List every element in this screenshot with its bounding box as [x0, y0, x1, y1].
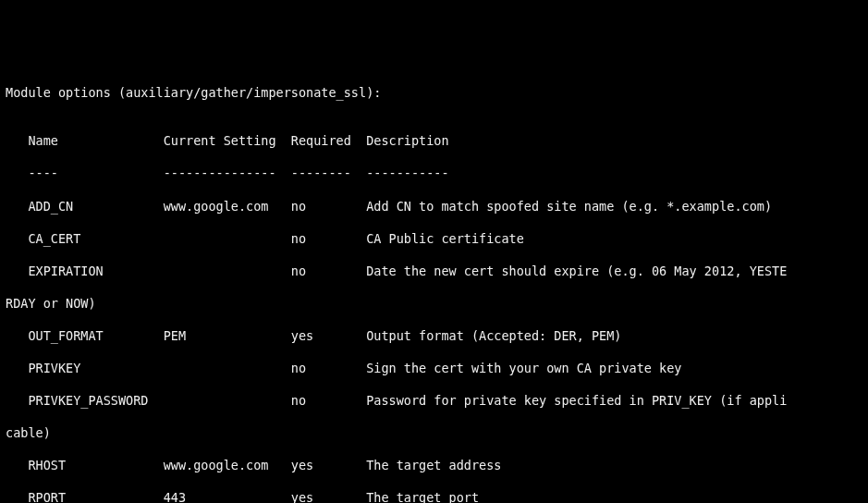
option-out-format: OUT_FORMAT PEM yes Output format (Accept…	[6, 328, 862, 345]
option-expiration-2: RDAY or NOW)	[6, 296, 862, 313]
option-add-cn: ADD_CN www.google.com no Add CN to match…	[6, 199, 862, 215]
option-privkey-password-2: cable)	[6, 425, 862, 442]
option-privkey-password-1: PRIVKEY_PASSWORD no Password for private…	[6, 393, 862, 410]
table-separator: ---- --------------- -------- ----------…	[6, 166, 862, 182]
option-ca-cert: CA_CERT no CA Public certificate	[6, 231, 862, 248]
module-options-header: Module options (auxiliary/gather/imperso…	[6, 85, 862, 102]
terminal-output: Module options (auxiliary/gather/imperso…	[6, 68, 862, 503]
option-privkey: PRIVKEY no Sign the cert with your own C…	[6, 361, 862, 377]
option-expiration-1: EXPIRATION no Date the new cert should e…	[6, 264, 862, 280]
table-header: Name Current Setting Required Descriptio…	[6, 133, 862, 150]
option-rhost: RHOST www.google.com yes The target addr…	[6, 458, 862, 474]
option-rport: RPORT 443 yes The target port	[6, 490, 862, 503]
